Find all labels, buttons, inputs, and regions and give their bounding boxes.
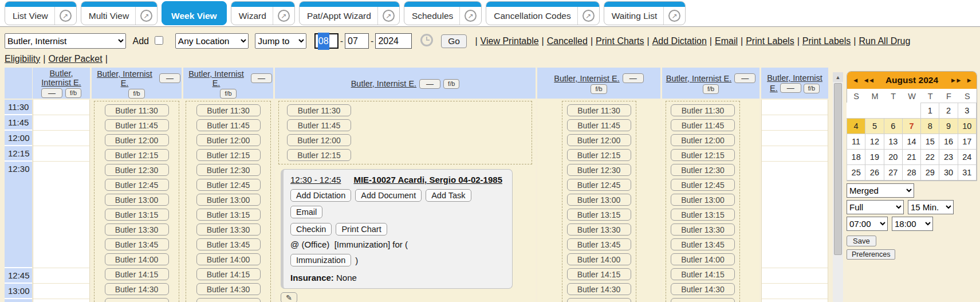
fb-button[interactable]: f/b: [443, 79, 459, 89]
calendar-day-15[interactable]: 15: [920, 134, 939, 150]
calendar-day-27[interactable]: 27: [884, 164, 903, 181]
slot-button-butler-12-45[interactable]: Butler 12:45: [671, 179, 735, 191]
fb-button[interactable]: f/b: [128, 89, 144, 99]
slot-button-butler-11-45[interactable]: Butler 11:45: [671, 119, 735, 131]
provider-column-link[interactable]: Butler, Internist E.: [34, 69, 89, 87]
slot-button-butler-12-00[interactable]: Butler 12:00: [671, 134, 735, 146]
view-mode-select[interactable]: Full: [847, 200, 904, 214]
provider-column-link[interactable]: Butler, Internist E.: [666, 74, 731, 83]
slot-button-butler-11-30[interactable]: Butler 11:30: [196, 104, 261, 116]
slot-button-butler-11-30[interactable]: Butler 11:30: [287, 104, 351, 116]
slot-button-butler-12-30[interactable]: Butler 12:30: [671, 164, 735, 176]
slot-button-butler-11-45[interactable]: Butler 11:45: [105, 119, 169, 131]
slot-button-butler-13-30[interactable]: Butler 13:30: [105, 223, 169, 236]
open-in-new-window-button[interactable]: ↗: [135, 7, 157, 25]
slot-button-butler-13-15[interactable]: Butler 13:15: [196, 209, 261, 221]
calendar-day-5[interactable]: 5: [865, 118, 884, 134]
slot-button-partial[interactable]: [196, 298, 261, 302]
slot-button-butler-14-15[interactable]: Butler 14:15: [671, 268, 735, 280]
slot-button-butler-12-30[interactable]: Butler 12:30: [196, 164, 261, 176]
fb-button[interactable]: f/b: [220, 89, 236, 99]
slot-button-butler-11-30[interactable]: Butler 11:30: [567, 104, 631, 116]
clock-icon[interactable]: [420, 34, 433, 46]
calendar-day-20[interactable]: 20: [884, 149, 903, 165]
tab-cancellation-codes[interactable]: Cancellation Codes ↗: [486, 1, 599, 25]
tab-list-view[interactable]: List View ↗: [5, 1, 77, 25]
calendar-day-29[interactable]: 29: [920, 164, 939, 181]
calendar-day-22[interactable]: 22: [920, 149, 939, 165]
slot-button-butler-11-30[interactable]: Butler 11:30: [105, 104, 169, 116]
slot-button-butler-11-30[interactable]: Butler 11:30: [671, 104, 735, 116]
link-print-charts[interactable]: Print Charts: [596, 36, 644, 46]
collapse-column-button[interactable]: —: [780, 83, 801, 93]
slot-button-butler-13-45[interactable]: Butler 13:45: [567, 238, 631, 250]
calendar-back-icon[interactable]: ◄: [852, 77, 857, 84]
link-email[interactable]: Email: [715, 36, 738, 46]
fb-button[interactable]: f/b: [703, 84, 719, 94]
slot-button-butler-11-45[interactable]: Butler 11:45: [567, 119, 631, 131]
calendar-day-16[interactable]: 16: [939, 134, 958, 150]
calendar-back-fast-icon[interactable]: ◄◄: [863, 77, 873, 84]
slot-button-butler-13-15[interactable]: Butler 13:15: [567, 209, 631, 221]
link-print-labels[interactable]: Print Labels: [802, 36, 851, 46]
calendar-day-17[interactable]: 17: [958, 134, 977, 150]
calendar-day-12[interactable]: 12: [865, 134, 884, 150]
open-in-new-window-button[interactable]: ↗: [577, 7, 599, 25]
checkin-button[interactable]: Checkin: [290, 223, 332, 236]
calendar-day-1[interactable]: 1: [920, 103, 939, 119]
calendar-day-9[interactable]: 9: [939, 118, 958, 134]
calendar-day-7[interactable]: 7: [902, 118, 921, 134]
print-chart-button[interactable]: Print Chart: [336, 223, 387, 236]
provider-column-link[interactable]: Butler, Internist E.: [554, 74, 619, 83]
calendar-day-6[interactable]: 6: [884, 118, 903, 134]
calendar-day-14[interactable]: 14: [902, 134, 921, 150]
interval-select[interactable]: 15 Min.: [908, 200, 954, 214]
calendar-day-28[interactable]: 28: [902, 164, 921, 181]
slot-button-butler-12-00[interactable]: Butler 12:00: [287, 134, 351, 146]
slot-button-butler-12-00[interactable]: Butler 12:00: [567, 134, 631, 146]
slot-button-butler-12-15[interactable]: Butler 12:15: [567, 149, 631, 161]
day-end-select[interactable]: 18:00: [892, 217, 933, 231]
slot-button-butler-13-45[interactable]: Butler 13:45: [671, 238, 735, 250]
fb-button[interactable]: f/b: [65, 88, 81, 98]
slot-button-butler-14-00[interactable]: Butler 14:00: [567, 253, 631, 265]
slot-button-butler-13-00[interactable]: Butler 13:00: [671, 194, 735, 206]
add-dictation-button[interactable]: Add Dictation: [290, 189, 351, 202]
open-in-new-window-button[interactable]: ↗: [273, 7, 294, 25]
calendar-day-10[interactable]: 10: [958, 118, 977, 134]
calendar-day-31[interactable]: 31: [958, 164, 977, 181]
calendar-day-11[interactable]: 11: [847, 134, 865, 150]
slot-button-butler-12-15[interactable]: Butler 12:15: [196, 149, 261, 161]
slot-button-butler-13-30[interactable]: Butler 13:30: [567, 223, 631, 236]
slot-button-butler-13-00[interactable]: Butler 13:00: [105, 194, 169, 206]
jump-to-select[interactable]: Jump to: [255, 33, 306, 49]
slot-button-butler-13-45[interactable]: Butler 13:45: [105, 238, 169, 250]
add-document-button[interactable]: Add Document: [355, 189, 422, 202]
tab-waiting-list[interactable]: Waiting List ↗: [604, 1, 686, 25]
appointment-type-button[interactable]: Immunization: [290, 254, 351, 266]
add-task-button[interactable]: Add Task: [426, 189, 471, 202]
appointment-patient-link[interactable]: MIE-10027 Acardi, Sergio 04-02-1985: [353, 175, 502, 185]
slot-button-butler-13-00[interactable]: Butler 13:00: [196, 194, 261, 206]
calendar-day-4[interactable]: 4: [847, 118, 865, 134]
calendar-day-3[interactable]: 3: [958, 103, 977, 119]
save-button[interactable]: Save: [847, 236, 876, 246]
date-month-input[interactable]: 08: [314, 33, 339, 49]
slot-button-butler-11-45[interactable]: Butler 11:45: [196, 119, 261, 131]
collapse-column-button[interactable]: —: [251, 73, 272, 83]
provider-column-link[interactable]: Butler, Internist E.: [351, 79, 416, 88]
slot-button-butler-13-30[interactable]: Butler 13:30: [196, 223, 261, 236]
tab-wizard[interactable]: Wizard ↗: [231, 1, 295, 25]
calendar-forward-fast-icon[interactable]: ►►: [950, 77, 961, 84]
link-print-labels[interactable]: Print Labels: [746, 36, 794, 46]
calendar-day-2[interactable]: 2: [939, 103, 958, 119]
fb-button[interactable]: f/b: [804, 84, 820, 93]
calendar-day-8[interactable]: 8: [920, 118, 939, 134]
slot-button-butler-14-30[interactable]: Butler 14:30: [671, 283, 735, 295]
grid-scrollbar[interactable]: ▲: [833, 72, 843, 302]
slot-button-partial[interactable]: [567, 298, 631, 302]
calendar-day-30[interactable]: 30: [939, 164, 958, 181]
provider-select[interactable]: Butler, Internist: [5, 33, 126, 49]
date-day-input[interactable]: 07: [345, 33, 369, 49]
collapse-column-button[interactable]: —: [623, 73, 644, 83]
